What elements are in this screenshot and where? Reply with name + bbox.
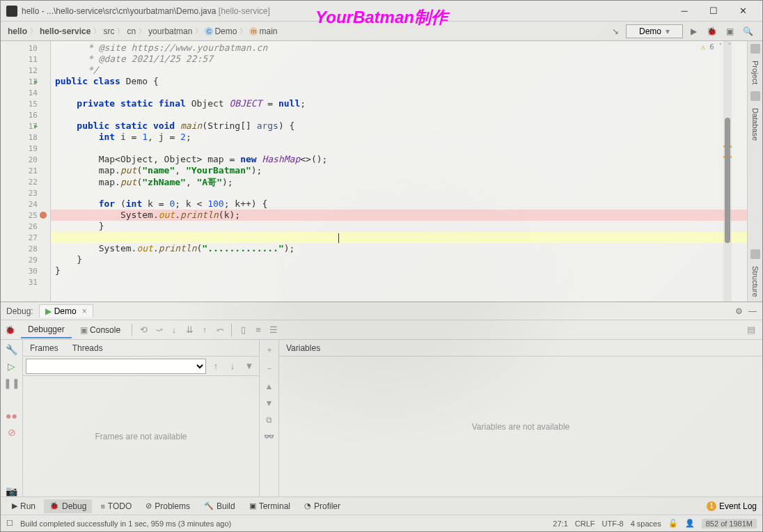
debug-tool-window: Debug: ▶ Demo × ⚙ — 🐞 Debugger ▣ Console… [1,302,762,496]
threads-tab[interactable]: Threads [72,343,103,353]
frames-empty-text: Frames are not available [23,376,259,496]
gutter[interactable]: 10111213▶14151617▶1819202122232425262728… [1,41,51,302]
editor-scrollbar[interactable] [723,41,732,302]
status-message: Build completed successfully in 1 sec, 9… [20,519,231,528]
glasses-icon[interactable]: 👓 [264,432,274,441]
camera-icon[interactable]: 📷 [6,485,17,496]
coverage-button[interactable]: ▣ [722,24,737,39]
view-breakpoints-icon[interactable]: ●● [6,410,17,421]
status-icon[interactable]: ☐ [6,519,13,528]
profiler-tool-tab[interactable]: ◔Profiler [299,499,346,513]
crumb-hello-service[interactable]: hello-service [40,26,91,36]
frames-pane: Frames Threads ↑ ↓ ▼ Frames are not avai… [23,340,260,496]
warning-icon: ⚠ [701,42,706,52]
remove-watch-icon[interactable]: － [265,363,274,375]
cursor-position[interactable]: 27:1 [553,519,567,528]
event-log-tab[interactable]: 1 Event Log [707,501,757,511]
new-watch-icon[interactable]: ＋ [265,344,274,356]
build-tool-tab[interactable]: 🔨Build [198,499,241,513]
variables-pane: ＋ － ▲ ▼ ⧉ 👓 Variables Variables are not … [260,340,762,496]
todo-tool-tab[interactable]: ≡TODO [95,499,137,513]
terminal-tool-tab[interactable]: ▣Terminal [244,499,296,513]
structure-tab-icon[interactable] [750,249,760,259]
force-step-into-icon[interactable]: ⇊ [182,323,196,337]
app-icon [6,6,17,17]
close-tab-icon[interactable]: × [82,306,87,316]
crumb-demo[interactable]: CDemo [205,26,237,36]
indent-setting[interactable]: 4 spaces [631,519,661,528]
resume-icon[interactable]: ▷ [8,361,15,372]
thread-selector[interactable] [26,359,206,374]
project-tab-icon[interactable] [750,44,760,54]
run-gutter-icon[interactable]: ▶ [34,78,38,85]
trace-icon[interactable]: ☰ [267,323,281,337]
run-config-selector[interactable]: Demo▾ [626,24,683,38]
step-restart-icon[interactable]: ⟲ [136,323,150,337]
run-button[interactable]: ▶ [686,24,701,39]
up-icon[interactable]: ▲ [265,382,274,391]
navigation-bar: hello〉 hello-service〉 src〉 cn〉 yourbatma… [1,22,762,41]
filter-icon[interactable]: ▼ [242,359,256,373]
debug-session-tab[interactable]: ▶ Demo × [39,304,93,318]
drop-frame-icon[interactable]: ⤺ [213,323,227,337]
readonly-icon[interactable]: 🔓 [668,519,678,528]
debug-side-toolbar: 🔧 ▷ ❚❚ ●● ⊘ 📷 [1,340,23,496]
database-tab-icon[interactable] [750,91,760,101]
mute-breakpoints-icon[interactable]: ⊘ [8,427,16,438]
event-badge: 1 [707,501,716,511]
prev-highlight-icon[interactable]: ˆ [718,42,723,52]
hide-icon[interactable]: — [748,306,757,316]
evaluate-icon[interactable]: ≡ [251,323,265,337]
maximize-button[interactable]: ☐ [700,3,727,19]
variables-tab[interactable]: Variables [286,343,320,353]
structure-tab[interactable]: Structure [750,262,761,302]
debug-button[interactable]: 🐞 [704,24,719,39]
step-into-icon[interactable]: ↓ [167,323,181,337]
debug-tool-tab[interactable]: 🐞Debug [44,499,92,513]
layout-icon[interactable]: ▤ [744,323,758,337]
frames-tab[interactable]: Frames [30,343,58,353]
line-separator[interactable]: CRLF [575,519,595,528]
titlebar: hello - ...\hello-service\src\cn\yourbat… [1,1,762,22]
database-tab[interactable]: Database [750,104,761,145]
crumb-main[interactable]: mmain [249,26,277,36]
run-to-cursor-icon[interactable]: ▯ [236,323,250,337]
step-out-icon[interactable]: ↑ [198,323,212,337]
project-tab[interactable]: Project [750,56,761,88]
crumb-hello[interactable]: hello [8,26,27,36]
memory-indicator[interactable]: 852 of 1981M [702,519,757,529]
run-tool-tab[interactable]: ▶Run [6,499,41,513]
minimize-button[interactable]: ─ [670,3,698,19]
code-area[interactable]: * @site https://www.yourbatman.cn * @dat… [51,41,747,302]
debug-label: Debug: [6,306,33,316]
inspection-icon[interactable]: 👤 [685,519,695,528]
rerun-icon[interactable]: 🐞 [5,325,15,335]
text-cursor [338,233,339,243]
build-icon[interactable]: ↘ [608,24,623,39]
search-icon[interactable]: 🔍 [740,24,755,39]
crumb-cn[interactable]: cn [127,26,136,36]
window-title: hello - ...\hello-service\src\cn\yourbat… [22,6,670,16]
settings-icon[interactable]: 🔧 [6,344,17,355]
pause-icon[interactable]: ❚❚ [3,377,20,389]
close-button[interactable]: ✕ [729,3,757,19]
gear-icon[interactable]: ⚙ [735,306,743,316]
console-tab[interactable]: ▣ Console [73,322,127,338]
copy-icon[interactable]: ⧉ [266,415,272,425]
problems-tool-tab[interactable]: ⊘Problems [140,499,196,513]
run-icon: ▶ [45,306,52,316]
step-over-icon[interactable]: ⤻ [152,323,166,337]
prev-frame-icon[interactable]: ↑ [209,359,223,373]
bottom-tool-tabs: ▶Run 🐞Debug ≡TODO ⊘Problems 🔨Build ▣Term… [1,496,762,515]
run-gutter-icon[interactable]: ▶ [34,123,38,130]
breakpoint-icon[interactable] [40,212,47,219]
file-encoding[interactable]: UTF-8 [602,519,624,528]
crumb-yourbatman[interactable]: yourbatman [148,26,192,36]
down-icon[interactable]: ▼ [265,398,274,408]
code-editor[interactable]: 10111213▶14151617▶1819202122232425262728… [1,41,747,302]
debugger-tab[interactable]: Debugger [21,322,72,338]
crumb-src[interactable]: src [103,26,114,36]
next-frame-icon[interactable]: ↓ [226,359,239,373]
variables-empty-text: Variables are not available [279,357,762,496]
scroll-thumb[interactable] [725,118,730,243]
